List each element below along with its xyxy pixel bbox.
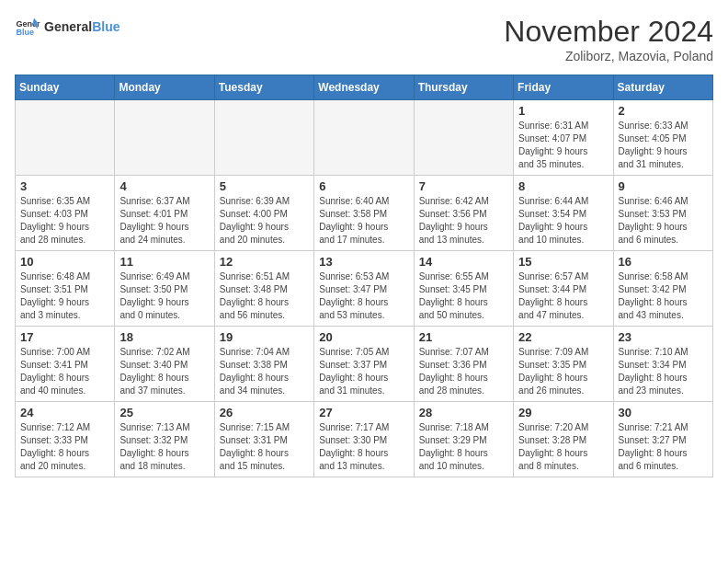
day-info: Sunrise: 6:31 AM Sunset: 4:07 PM Dayligh… <box>518 120 608 171</box>
calendar-cell: 24Sunrise: 7:12 AM Sunset: 3:33 PM Dayli… <box>16 402 115 477</box>
calendar-cell: 28Sunrise: 7:18 AM Sunset: 3:29 PM Dayli… <box>414 402 513 477</box>
day-number: 4 <box>119 179 209 193</box>
calendar-cell: 29Sunrise: 7:20 AM Sunset: 3:28 PM Dayli… <box>514 402 613 477</box>
calendar-cell: 12Sunrise: 6:51 AM Sunset: 3:48 PM Dayli… <box>214 251 313 327</box>
day-number: 23 <box>619 330 708 344</box>
calendar-cell: 17Sunrise: 7:00 AM Sunset: 3:41 PM Dayli… <box>16 327 115 402</box>
title-area: November 2024 Zoliborz, Mazovia, Poland <box>504 15 713 63</box>
weekday-header-sunday: Sunday <box>16 75 115 100</box>
calendar-cell: 9Sunrise: 6:46 AM Sunset: 3:53 PM Daylig… <box>613 176 712 251</box>
calendar-cell: 6Sunrise: 6:40 AM Sunset: 3:58 PM Daylig… <box>314 176 414 251</box>
calendar-cell: 25Sunrise: 7:13 AM Sunset: 3:32 PM Dayli… <box>115 402 214 477</box>
day-number: 15 <box>518 255 608 269</box>
weekday-header-row: SundayMondayTuesdayWednesdayThursdayFrid… <box>16 75 713 100</box>
day-number: 26 <box>220 406 309 419</box>
day-info: Sunrise: 7:07 AM Sunset: 3:36 PM Dayligh… <box>419 346 508 397</box>
calendar-cell <box>16 100 115 176</box>
day-number: 17 <box>20 330 109 344</box>
calendar-cell: 30Sunrise: 7:21 AM Sunset: 3:27 PM Dayli… <box>613 402 712 477</box>
day-info: Sunrise: 7:00 AM Sunset: 3:41 PM Dayligh… <box>20 346 109 397</box>
calendar-subtitle: Zoliborz, Mazovia, Poland <box>504 49 713 63</box>
calendar-cell: 20Sunrise: 7:05 AM Sunset: 3:37 PM Dayli… <box>314 327 414 402</box>
week-row-3: 10Sunrise: 6:48 AM Sunset: 3:51 PM Dayli… <box>16 251 713 327</box>
svg-text:Blue: Blue <box>16 28 34 37</box>
day-number: 7 <box>419 179 508 193</box>
day-number: 25 <box>119 406 209 419</box>
day-number: 19 <box>220 330 309 344</box>
weekday-header-friday: Friday <box>514 75 613 100</box>
day-info: Sunrise: 7:02 AM Sunset: 3:40 PM Dayligh… <box>119 346 209 397</box>
day-info: Sunrise: 6:44 AM Sunset: 3:54 PM Dayligh… <box>518 195 608 247</box>
week-row-1: 1Sunrise: 6:31 AM Sunset: 4:07 PM Daylig… <box>16 100 713 176</box>
day-number: 21 <box>419 330 508 344</box>
calendar-title: November 2024 <box>504 15 713 49</box>
day-info: Sunrise: 6:48 AM Sunset: 3:51 PM Dayligh… <box>20 270 109 322</box>
calendar-cell: 3Sunrise: 6:35 AM Sunset: 4:03 PM Daylig… <box>16 176 115 251</box>
day-number: 22 <box>518 330 608 344</box>
day-number: 5 <box>220 179 309 193</box>
day-info: Sunrise: 6:57 AM Sunset: 3:44 PM Dayligh… <box>518 270 608 322</box>
calendar-cell: 5Sunrise: 6:39 AM Sunset: 4:00 PM Daylig… <box>214 176 313 251</box>
day-info: Sunrise: 6:42 AM Sunset: 3:56 PM Dayligh… <box>419 195 508 247</box>
calendar-cell: 11Sunrise: 6:49 AM Sunset: 3:50 PM Dayli… <box>115 251 214 327</box>
logo: General Blue GeneralBlue <box>15 15 119 40</box>
day-info: Sunrise: 6:51 AM Sunset: 3:48 PM Dayligh… <box>220 270 309 322</box>
calendar-table: SundayMondayTuesdayWednesdayThursdayFrid… <box>15 75 713 477</box>
day-info: Sunrise: 6:58 AM Sunset: 3:42 PM Dayligh… <box>619 270 708 322</box>
day-number: 1 <box>518 104 608 118</box>
calendar-cell: 13Sunrise: 6:53 AM Sunset: 3:47 PM Dayli… <box>314 251 414 327</box>
weekday-header-wednesday: Wednesday <box>314 75 414 100</box>
calendar-cell: 10Sunrise: 6:48 AM Sunset: 3:51 PM Dayli… <box>16 251 115 327</box>
day-number: 12 <box>220 255 309 269</box>
week-row-4: 17Sunrise: 7:00 AM Sunset: 3:41 PM Dayli… <box>16 327 713 402</box>
day-number: 20 <box>319 330 408 344</box>
day-number: 6 <box>319 179 408 193</box>
calendar-cell: 1Sunrise: 6:31 AM Sunset: 4:07 PM Daylig… <box>514 100 613 176</box>
day-number: 29 <box>518 406 608 419</box>
day-info: Sunrise: 7:13 AM Sunset: 3:32 PM Dayligh… <box>119 421 209 473</box>
calendar-cell: 22Sunrise: 7:09 AM Sunset: 3:35 PM Dayli… <box>514 327 613 402</box>
calendar-cell: 7Sunrise: 6:42 AM Sunset: 3:56 PM Daylig… <box>414 176 513 251</box>
day-info: Sunrise: 7:04 AM Sunset: 3:38 PM Dayligh… <box>220 346 309 397</box>
day-number: 10 <box>20 255 109 269</box>
weekday-header-monday: Monday <box>115 75 214 100</box>
logo-text: GeneralBlue <box>44 20 119 34</box>
day-info: Sunrise: 6:49 AM Sunset: 3:50 PM Dayligh… <box>119 270 209 322</box>
day-number: 11 <box>119 255 209 269</box>
calendar-cell: 2Sunrise: 6:33 AM Sunset: 4:05 PM Daylig… <box>613 100 712 176</box>
calendar-cell: 14Sunrise: 6:55 AM Sunset: 3:45 PM Dayli… <box>414 251 513 327</box>
day-info: Sunrise: 7:21 AM Sunset: 3:27 PM Dayligh… <box>619 421 708 473</box>
day-number: 28 <box>419 406 508 419</box>
day-info: Sunrise: 7:10 AM Sunset: 3:34 PM Dayligh… <box>619 346 708 397</box>
logo-icon: General Blue <box>15 15 40 40</box>
day-info: Sunrise: 6:40 AM Sunset: 3:58 PM Dayligh… <box>319 195 408 247</box>
calendar-cell: 4Sunrise: 6:37 AM Sunset: 4:01 PM Daylig… <box>115 176 214 251</box>
week-row-5: 24Sunrise: 7:12 AM Sunset: 3:33 PM Dayli… <box>16 402 713 477</box>
calendar-cell: 15Sunrise: 6:57 AM Sunset: 3:44 PM Dayli… <box>514 251 613 327</box>
calendar-cell: 18Sunrise: 7:02 AM Sunset: 3:40 PM Dayli… <box>115 327 214 402</box>
calendar-cell <box>314 100 414 176</box>
day-number: 8 <box>518 179 608 193</box>
day-info: Sunrise: 6:46 AM Sunset: 3:53 PM Dayligh… <box>619 195 708 247</box>
calendar-cell: 27Sunrise: 7:17 AM Sunset: 3:30 PM Dayli… <box>314 402 414 477</box>
calendar-cell: 26Sunrise: 7:15 AM Sunset: 3:31 PM Dayli… <box>214 402 313 477</box>
calendar-cell: 23Sunrise: 7:10 AM Sunset: 3:34 PM Dayli… <box>613 327 712 402</box>
day-number: 18 <box>119 330 209 344</box>
weekday-header-thursday: Thursday <box>414 75 513 100</box>
day-info: Sunrise: 7:05 AM Sunset: 3:37 PM Dayligh… <box>319 346 408 397</box>
header: General Blue GeneralBlue November 2024 Z… <box>15 15 713 63</box>
day-info: Sunrise: 7:12 AM Sunset: 3:33 PM Dayligh… <box>20 421 109 473</box>
calendar-cell <box>214 100 313 176</box>
day-info: Sunrise: 7:15 AM Sunset: 3:31 PM Dayligh… <box>220 421 309 473</box>
calendar-cell <box>414 100 513 176</box>
day-number: 24 <box>20 406 109 419</box>
day-number: 3 <box>20 179 109 193</box>
calendar-cell: 19Sunrise: 7:04 AM Sunset: 3:38 PM Dayli… <box>214 327 313 402</box>
calendar-cell: 8Sunrise: 6:44 AM Sunset: 3:54 PM Daylig… <box>514 176 613 251</box>
day-info: Sunrise: 6:33 AM Sunset: 4:05 PM Dayligh… <box>619 120 708 171</box>
logo-blue: Blue <box>92 19 119 34</box>
day-info: Sunrise: 7:09 AM Sunset: 3:35 PM Dayligh… <box>518 346 608 397</box>
calendar-cell <box>115 100 214 176</box>
day-number: 27 <box>319 406 408 419</box>
week-row-2: 3Sunrise: 6:35 AM Sunset: 4:03 PM Daylig… <box>16 176 713 251</box>
